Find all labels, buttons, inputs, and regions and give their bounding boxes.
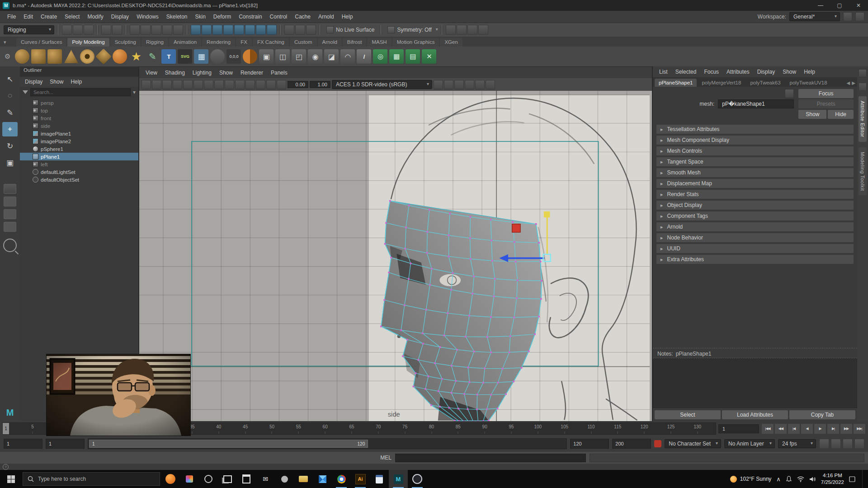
inputs-icon[interactable] [284,25,294,35]
attribute-section-header[interactable]: Mesh Controls [656,146,854,155]
dock-vertical-tab[interactable]: Modeling Toolkit [859,147,867,196]
textured-icon[interactable] [235,80,245,89]
taskbar-app-explorer[interactable] [294,470,313,488]
presets-button[interactable]: Presets [798,99,854,108]
layout-two-pane[interactable] [4,197,16,206]
taskbar-app-calculator[interactable] [370,470,389,488]
snap-surface-icon[interactable] [245,25,255,35]
taskbar-app-mail[interactable]: ✉ [256,470,275,488]
colorspace-dropdown[interactable]: ACES 1.0 SDR-video (sRGB) [332,80,432,89]
svg-tool-icon[interactable]: SVG [178,49,192,64]
start-button[interactable] [0,470,22,488]
sculpt-tool-icon[interactable]: ★ [129,49,143,64]
statusline-separator[interactable] [125,25,127,35]
menu-set-dropdown[interactable]: Rigging [4,25,54,34]
attribute-section-header[interactable]: Extra Attributes [656,255,854,264]
origin-icon[interactable]: 0,0,0 [226,49,241,64]
menu-item[interactable]: Windows [133,12,162,21]
lock-camera-icon[interactable] [152,80,161,89]
select-camera-icon[interactable] [142,80,151,89]
outputs-icon[interactable] [295,25,305,35]
mesh-name-field[interactable]: pP�kaneShape1 [718,99,794,108]
exposure-field[interactable]: 0.00 [288,81,308,88]
screen-ao-icon[interactable] [266,80,276,89]
taskbar-app-weather[interactable] [161,470,180,488]
shelf-tab[interactable]: FX [236,38,252,47]
construction-grid-icon[interactable]: ▦ [194,49,208,64]
resolution-gate-icon[interactable] [454,80,464,89]
poly-cylinder-icon[interactable] [47,49,62,64]
playhead[interactable]: 1 [3,423,9,434]
shelf-tab[interactable]: Bifrost [343,38,367,47]
highlight-icon[interactable] [162,25,172,35]
outliner-item[interactable]: imagePlane2 [20,137,138,145]
anim-layer-dropdown[interactable]: No Anim Layer [724,439,775,448]
focus-button[interactable]: Focus [798,89,854,98]
menu-item[interactable]: Create [37,12,61,21]
clock[interactable]: 4:16 PM 7/25/2022 [821,472,844,486]
attribute-editor-footer-button[interactable]: Load Attributes [722,410,788,419]
platonic-solid-icon[interactable] [113,49,127,64]
outliner-item[interactable]: defaultLightSet [20,168,138,176]
attribute-section-header[interactable]: UUID [656,244,854,253]
render-icon[interactable] [446,25,456,35]
select-tool[interactable]: ↖ [2,72,18,86]
weather-widget[interactable]: 102°F Sunny [730,476,772,483]
volume-icon[interactable] [809,476,816,482]
menu-item[interactable]: Display [108,12,132,21]
shelf-tab[interactable]: MASH [367,38,391,47]
viewport-canvas[interactable]: side [139,91,652,421]
shadows-icon[interactable] [256,80,265,89]
make-live-icon[interactable] [210,49,225,64]
type-tool-icon[interactable]: T [161,49,176,64]
separate-icon[interactable]: ◫ [275,49,290,64]
maximize-button[interactable]: ▢ [830,0,849,11]
taskbar-app-illustrator[interactable]: Ai [351,470,370,488]
shelf-tab[interactable]: FX Caching [253,38,289,47]
motion-blur-icon[interactable] [277,80,286,89]
attribute-editor-footer-button[interactable]: Select [655,410,721,419]
attribute-section-header[interactable]: Smooth Mesh [656,168,854,177]
paint-effects-icon[interactable] [478,25,488,35]
attribute-editor-tab[interactable]: pPlaneShape1 [655,79,697,87]
wifi-icon[interactable] [797,476,804,482]
outliner-menu-item[interactable]: Display [22,78,46,86]
layout-persp-outliner[interactable] [4,222,16,232]
make-live-icon[interactable] [256,25,266,35]
shelf-tab[interactable]: Custom [290,38,317,47]
outliner-item[interactable]: persp [20,99,138,107]
attribute-section-header[interactable]: Arnold [656,222,854,231]
lighting-all-icon[interactable] [245,80,255,89]
transport-button[interactable]: ▶| [827,423,840,434]
shelf-tab[interactable]: Sculpting [110,38,141,47]
playback-speed-icon[interactable] [819,439,829,449]
dock-vertical-tab[interactable]: Attribute Editor [859,96,867,142]
notification-center-icon[interactable] [849,476,855,482]
layout-single-pane[interactable] [4,184,16,194]
poly-torus-icon[interactable] [80,49,94,64]
snap-curve-icon[interactable] [202,25,212,35]
menu-item[interactable]: Help [338,12,357,21]
isolate-select-icon[interactable] [434,80,443,89]
viewport-menu-item[interactable]: Panels [267,68,291,77]
outliner-menu-item[interactable]: Show [47,78,66,86]
viewport-menu-item[interactable]: Lighting [189,68,215,77]
command-input[interactable] [395,454,586,462]
attribute-section-header[interactable]: Tessellation Attributes [656,125,854,134]
image-plane-icon[interactable] [183,80,193,89]
transport-button[interactable]: |◀◀ [761,423,774,434]
outliner-menu-item[interactable]: Help [67,78,85,86]
filter-icon[interactable] [23,90,28,94]
attribute-editor-footer-button[interactable]: Copy Tab [789,410,855,419]
move-tool[interactable]: + [2,122,18,136]
menu-item[interactable]: Constrain [235,12,265,21]
shelf-tab[interactable]: Curves / Surfaces [16,38,66,47]
scale-tool[interactable]: ▣ [2,155,18,170]
command-language-toggle[interactable]: MEL [380,455,392,461]
attribute-editor-menu-item[interactable]: Selected [672,68,700,76]
bevel-icon[interactable]: ◪ [324,49,339,64]
gate-mask-icon[interactable] [465,80,474,89]
statusline-separator[interactable] [279,25,282,35]
attribute-section-header[interactable]: Node Behavior [656,233,854,242]
attribute-section-header[interactable]: Displacement Map [656,179,854,188]
